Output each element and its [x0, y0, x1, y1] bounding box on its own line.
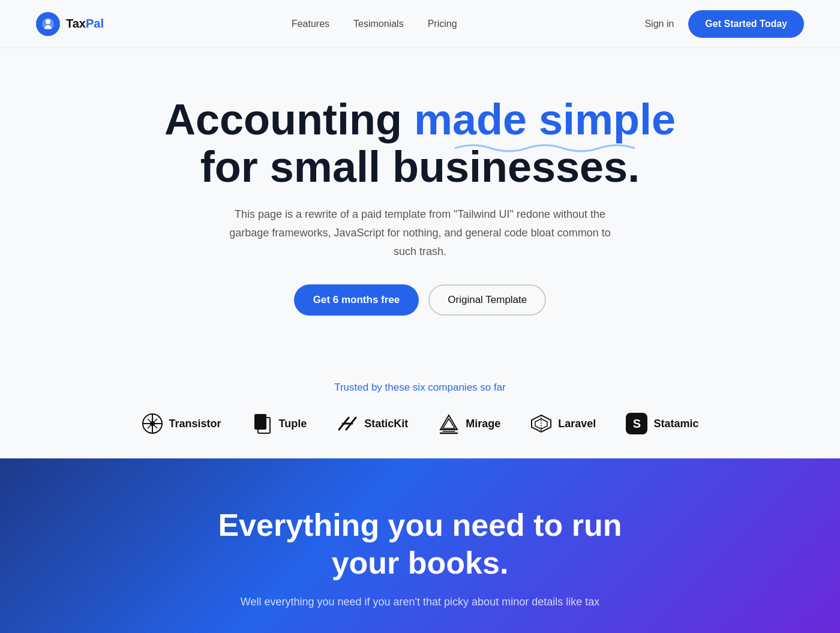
- nav-link-pricing[interactable]: Pricing: [428, 19, 457, 29]
- trusted-heading: Trusted by these six companies so far: [36, 382, 804, 394]
- hero-heading-highlight: made simple: [414, 96, 676, 143]
- transistor-label: Transistor: [169, 418, 221, 430]
- blue-section-heading: Everything you need to run your books.: [210, 506, 630, 581]
- transistor-svg: [142, 413, 163, 434]
- logo-icon: [36, 12, 60, 36]
- company-mirage: Mirage: [438, 413, 500, 434]
- company-transistor: Transistor: [142, 413, 221, 434]
- svg-point-1: [46, 19, 50, 24]
- hero-buttons: Get 6 months free Original Template: [12, 284, 828, 316]
- laravel-label: Laravel: [558, 418, 596, 430]
- company-statamic: S Statamic: [626, 413, 698, 434]
- nav-right: Sign in Get Started Today: [644, 10, 804, 38]
- hero-heading: Accounting made simple for small busines…: [150, 96, 690, 191]
- statamic-icon: S: [626, 413, 647, 434]
- blue-section: Everything you need to run your books. W…: [0, 458, 840, 633]
- blue-section-subtext: Well everything you need if you aren't t…: [240, 596, 600, 608]
- hero-heading-start: Accounting: [164, 95, 414, 143]
- get-started-button[interactable]: Get Started Today: [688, 10, 804, 38]
- company-tuple: Tuple: [251, 413, 307, 434]
- companies-list: Transistor Tuple StaticKit: [36, 413, 804, 434]
- statickit-label: StaticKit: [364, 418, 408, 430]
- statickit-svg: [337, 413, 358, 434]
- original-template-button[interactable]: Original Template: [428, 284, 546, 316]
- logo[interactable]: TaxPal: [36, 12, 104, 36]
- statamic-label: Statamic: [653, 418, 698, 430]
- nav-link-features[interactable]: Features: [292, 19, 329, 29]
- transistor-icon: [142, 413, 163, 434]
- laravel-icon: [530, 413, 552, 434]
- nav-link-testimonials[interactable]: Tesimonials: [353, 19, 404, 29]
- logo-svg: [41, 17, 55, 31]
- squiggle-svg: [408, 140, 682, 152]
- trusted-section: Trusted by these six companies so far Tr…: [0, 352, 840, 458]
- mirage-icon: [438, 413, 460, 434]
- get-months-free-button[interactable]: Get 6 months free: [294, 284, 419, 316]
- laravel-svg: [530, 413, 552, 434]
- statickit-icon: [337, 413, 358, 434]
- mirage-label: Mirage: [466, 418, 500, 430]
- mirage-svg: [438, 413, 460, 434]
- signin-link[interactable]: Sign in: [644, 19, 674, 29]
- tuple-svg: [253, 413, 271, 434]
- nav-links: Features Tesimonials Pricing: [292, 19, 457, 29]
- company-statickit: StaticKit: [337, 413, 408, 434]
- svg-marker-14: [443, 419, 455, 428]
- hero-section: Accounting made simple for small busines…: [0, 48, 840, 352]
- statamic-letter: S: [633, 417, 641, 431]
- hero-subtext: This page is a rewrite of a paid templat…: [228, 205, 612, 260]
- brand-name-highlight: Pal: [86, 17, 104, 30]
- company-laravel: Laravel: [530, 413, 596, 434]
- navbar: TaxPal Features Tesimonials Pricing Sign…: [0, 0, 840, 48]
- svg-rect-8: [254, 414, 266, 430]
- tuple-label: Tuple: [279, 418, 307, 430]
- brand-name: TaxPal: [66, 17, 104, 31]
- tuple-icon: [251, 413, 273, 434]
